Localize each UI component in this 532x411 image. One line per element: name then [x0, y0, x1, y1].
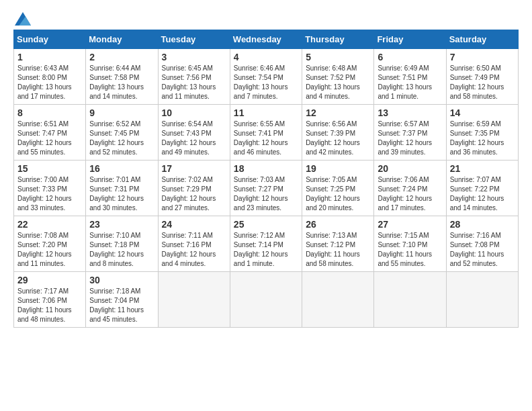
- day-number: 4: [234, 52, 298, 62]
- day-info: Sunrise: 7:10 AM Sunset: 7:18 PM Dayligh…: [89, 231, 154, 269]
- column-header-sunday: Sunday: [14, 30, 86, 49]
- day-number: 7: [450, 52, 515, 62]
- calendar-day-cell: [446, 272, 518, 328]
- day-info: Sunrise: 7:08 AM Sunset: 7:20 PM Dayligh…: [17, 231, 82, 269]
- day-number: 30: [89, 275, 154, 285]
- column-header-saturday: Saturday: [446, 30, 518, 49]
- calendar-day-cell: 10Sunrise: 6:54 AM Sunset: 7:43 PM Dayli…: [158, 105, 230, 161]
- column-header-tuesday: Tuesday: [158, 30, 230, 49]
- calendar-day-cell: 17Sunrise: 7:02 AM Sunset: 7:29 PM Dayli…: [158, 161, 230, 216]
- day-number: 18: [234, 163, 298, 174]
- day-number: 27: [378, 219, 442, 230]
- day-number: 28: [450, 219, 515, 230]
- day-number: 1: [17, 52, 82, 62]
- calendar-day-cell: 14Sunrise: 6:59 AM Sunset: 7:35 PM Dayli…: [446, 105, 518, 161]
- day-info: Sunrise: 6:57 AM Sunset: 7:37 PM Dayligh…: [378, 120, 442, 157]
- calendar-day-cell: 20Sunrise: 7:06 AM Sunset: 7:24 PM Dayli…: [374, 161, 446, 216]
- calendar-day-cell: [158, 272, 230, 328]
- calendar-day-cell: 5Sunrise: 6:48 AM Sunset: 7:52 PM Daylig…: [302, 49, 374, 105]
- day-info: Sunrise: 6:46 AM Sunset: 7:54 PM Dayligh…: [234, 64, 298, 101]
- day-info: Sunrise: 6:50 AM Sunset: 7:49 PM Dayligh…: [450, 64, 515, 101]
- day-info: Sunrise: 6:56 AM Sunset: 7:39 PM Dayligh…: [306, 120, 370, 157]
- day-info: Sunrise: 7:01 AM Sunset: 7:31 PM Dayligh…: [89, 175, 154, 213]
- calendar-day-cell: 4Sunrise: 6:46 AM Sunset: 7:54 PM Daylig…: [230, 49, 302, 105]
- calendar-day-cell: 7Sunrise: 6:50 AM Sunset: 7:49 PM Daylig…: [446, 49, 518, 105]
- day-number: 25: [234, 219, 298, 230]
- day-number: 29: [17, 275, 82, 285]
- day-info: Sunrise: 6:45 AM Sunset: 7:56 PM Dayligh…: [162, 64, 226, 101]
- column-header-friday: Friday: [374, 30, 446, 49]
- day-number: 16: [89, 163, 154, 174]
- day-info: Sunrise: 7:00 AM Sunset: 7:33 PM Dayligh…: [17, 175, 82, 213]
- day-info: Sunrise: 7:17 AM Sunset: 7:06 PM Dayligh…: [17, 287, 82, 324]
- day-info: Sunrise: 6:48 AM Sunset: 7:52 PM Dayligh…: [306, 64, 370, 101]
- day-number: 10: [162, 107, 226, 118]
- day-number: 26: [306, 219, 370, 230]
- day-info: Sunrise: 7:07 AM Sunset: 7:22 PM Dayligh…: [450, 175, 515, 213]
- logo: [13, 13, 31, 23]
- calendar-day-cell: 3Sunrise: 6:45 AM Sunset: 7:56 PM Daylig…: [158, 49, 230, 105]
- calendar-day-cell: 2Sunrise: 6:44 AM Sunset: 7:58 PM Daylig…: [86, 49, 158, 105]
- calendar-day-cell: 29Sunrise: 7:17 AM Sunset: 7:06 PM Dayli…: [14, 272, 86, 328]
- column-header-wednesday: Wednesday: [230, 30, 302, 49]
- calendar-day-cell: 18Sunrise: 7:03 AM Sunset: 7:27 PM Dayli…: [230, 161, 302, 216]
- day-info: Sunrise: 6:55 AM Sunset: 7:41 PM Dayligh…: [234, 120, 298, 157]
- calendar-day-cell: 23Sunrise: 7:10 AM Sunset: 7:18 PM Dayli…: [86, 216, 158, 272]
- calendar-day-cell: 6Sunrise: 6:49 AM Sunset: 7:51 PM Daylig…: [374, 49, 446, 105]
- day-info: Sunrise: 7:18 AM Sunset: 7:04 PM Dayligh…: [89, 287, 154, 324]
- day-info: Sunrise: 7:03 AM Sunset: 7:27 PM Dayligh…: [234, 175, 298, 213]
- day-number: 22: [17, 219, 82, 230]
- day-number: 21: [450, 163, 515, 174]
- column-header-thursday: Thursday: [302, 30, 374, 49]
- day-info: Sunrise: 7:16 AM Sunset: 7:08 PM Dayligh…: [450, 231, 515, 269]
- calendar-day-cell: [302, 272, 374, 328]
- day-number: 17: [162, 163, 226, 174]
- calendar-week-row: 22Sunrise: 7:08 AM Sunset: 7:20 PM Dayli…: [14, 216, 519, 272]
- calendar-day-cell: [230, 272, 302, 328]
- calendar-day-cell: 15Sunrise: 7:00 AM Sunset: 7:33 PM Dayli…: [14, 161, 86, 216]
- calendar-day-cell: 25Sunrise: 7:12 AM Sunset: 7:14 PM Dayli…: [230, 216, 302, 272]
- calendar-day-cell: 12Sunrise: 6:56 AM Sunset: 7:39 PM Dayli…: [302, 105, 374, 161]
- calendar-header-row: SundayMondayTuesdayWednesdayThursdayFrid…: [14, 30, 519, 49]
- calendar-day-cell: 22Sunrise: 7:08 AM Sunset: 7:20 PM Dayli…: [14, 216, 86, 272]
- column-header-monday: Monday: [86, 30, 158, 49]
- calendar-table: SundayMondayTuesdayWednesdayThursdayFrid…: [13, 30, 519, 328]
- calendar-week-row: 1Sunrise: 6:43 AM Sunset: 8:00 PM Daylig…: [14, 49, 519, 105]
- calendar-day-cell: 24Sunrise: 7:11 AM Sunset: 7:16 PM Dayli…: [158, 216, 230, 272]
- calendar-day-cell: 21Sunrise: 7:07 AM Sunset: 7:22 PM Dayli…: [446, 161, 518, 216]
- day-number: 2: [89, 52, 154, 62]
- calendar-day-cell: 1Sunrise: 6:43 AM Sunset: 8:00 PM Daylig…: [14, 49, 86, 105]
- day-number: 20: [378, 163, 442, 174]
- calendar-week-row: 15Sunrise: 7:00 AM Sunset: 7:33 PM Dayli…: [14, 161, 519, 216]
- calendar-day-cell: 16Sunrise: 7:01 AM Sunset: 7:31 PM Dayli…: [86, 161, 158, 216]
- calendar-day-cell: 11Sunrise: 6:55 AM Sunset: 7:41 PM Dayli…: [230, 105, 302, 161]
- calendar-week-row: 8Sunrise: 6:51 AM Sunset: 7:47 PM Daylig…: [14, 105, 519, 161]
- calendar-day-cell: 30Sunrise: 7:18 AM Sunset: 7:04 PM Dayli…: [86, 272, 158, 328]
- calendar-day-cell: [374, 272, 446, 328]
- logo-icon: [15, 12, 31, 26]
- day-number: 24: [162, 219, 226, 230]
- day-info: Sunrise: 7:12 AM Sunset: 7:14 PM Dayligh…: [234, 231, 298, 269]
- day-number: 19: [306, 163, 370, 174]
- day-info: Sunrise: 6:54 AM Sunset: 7:43 PM Dayligh…: [162, 120, 226, 157]
- day-number: 14: [450, 107, 515, 118]
- day-number: 13: [378, 107, 442, 118]
- day-number: 3: [162, 52, 226, 62]
- day-info: Sunrise: 7:06 AM Sunset: 7:24 PM Dayligh…: [378, 175, 442, 213]
- day-number: 9: [89, 107, 154, 118]
- day-info: Sunrise: 7:11 AM Sunset: 7:16 PM Dayligh…: [162, 231, 226, 269]
- day-number: 11: [234, 107, 298, 118]
- day-number: 8: [17, 107, 82, 118]
- day-info: Sunrise: 6:43 AM Sunset: 8:00 PM Dayligh…: [17, 64, 82, 101]
- calendar-day-cell: 9Sunrise: 6:52 AM Sunset: 7:45 PM Daylig…: [86, 105, 158, 161]
- day-info: Sunrise: 7:13 AM Sunset: 7:12 PM Dayligh…: [306, 231, 370, 269]
- day-info: Sunrise: 6:51 AM Sunset: 7:47 PM Dayligh…: [17, 120, 82, 157]
- day-info: Sunrise: 6:44 AM Sunset: 7:58 PM Dayligh…: [89, 64, 154, 101]
- day-info: Sunrise: 6:52 AM Sunset: 7:45 PM Dayligh…: [89, 120, 154, 157]
- day-info: Sunrise: 7:05 AM Sunset: 7:25 PM Dayligh…: [306, 175, 370, 213]
- calendar-day-cell: 27Sunrise: 7:15 AM Sunset: 7:10 PM Dayli…: [374, 216, 446, 272]
- calendar-day-cell: 28Sunrise: 7:16 AM Sunset: 7:08 PM Dayli…: [446, 216, 518, 272]
- day-number: 5: [306, 52, 370, 62]
- calendar-day-cell: 26Sunrise: 7:13 AM Sunset: 7:12 PM Dayli…: [302, 216, 374, 272]
- day-number: 6: [378, 52, 442, 62]
